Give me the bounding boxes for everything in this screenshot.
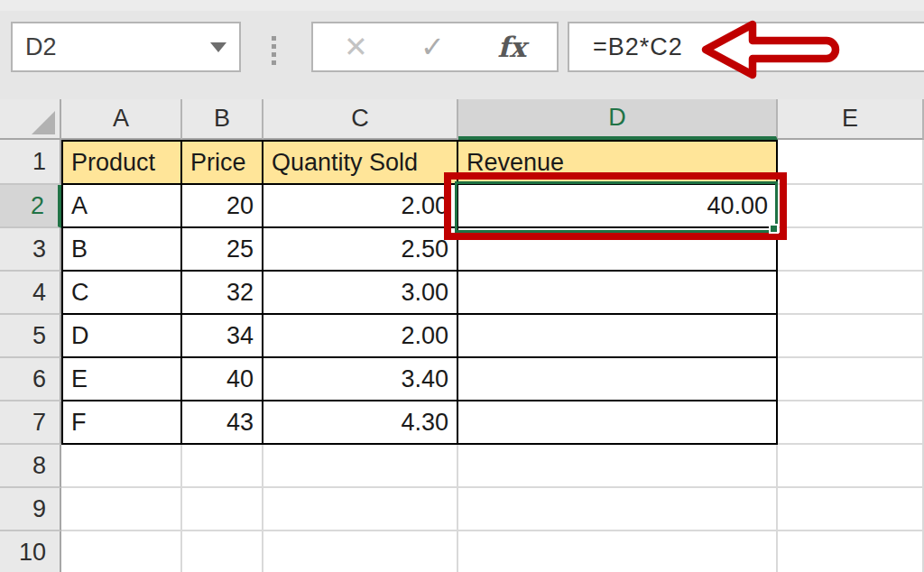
row-header-1[interactable]: 1	[0, 140, 61, 185]
cell-D2[interactable]: 40.00	[458, 185, 778, 228]
cancel-icon[interactable]: ✕	[344, 30, 368, 64]
select-all-triangle-icon	[32, 111, 55, 134]
cell-E6[interactable]	[778, 358, 924, 401]
drag-handle-icon	[272, 36, 277, 65]
cell-B3[interactable]: 25	[182, 228, 263, 272]
cell-C2[interactable]: 2.00	[263, 185, 458, 228]
enter-icon[interactable]: ✓	[420, 30, 445, 64]
fill-handle[interactable]	[769, 224, 779, 234]
cell-D4[interactable]	[458, 272, 778, 315]
excel-window: D2 ✕ ✓ fx =B2*C2 ABCDE1ProductPriceQuant…	[0, 0, 924, 572]
cell-E2[interactable]	[778, 185, 924, 228]
cell-A4[interactable]: C	[61, 272, 182, 315]
cell-D1[interactable]: Revenue	[458, 140, 778, 185]
red-arrow-annotation	[700, 19, 848, 80]
name-box-value: D2	[25, 33, 210, 61]
cell-D3[interactable]	[458, 228, 778, 272]
cell-C5[interactable]: 2.00	[263, 315, 458, 358]
cell-B10[interactable]	[182, 531, 263, 572]
select-all-button[interactable]	[0, 99, 61, 140]
col-header-E[interactable]: E	[778, 99, 924, 140]
insert-function-icon[interactable]: fx	[497, 31, 526, 63]
cell-B4[interactable]: 32	[182, 272, 263, 315]
cell-E3[interactable]	[778, 228, 924, 272]
cell-E10[interactable]	[778, 531, 924, 572]
cell-C8[interactable]	[263, 445, 458, 488]
cell-C10[interactable]	[263, 531, 458, 572]
row-header-3[interactable]: 3	[0, 228, 61, 272]
cell-D10[interactable]	[458, 531, 778, 572]
row-header-10[interactable]: 10	[0, 531, 61, 572]
cell-B6[interactable]: 40	[182, 358, 263, 401]
cell-B7[interactable]: 43	[182, 401, 263, 445]
cell-B1[interactable]: Price	[182, 140, 263, 185]
cell-A7[interactable]: F	[61, 401, 182, 445]
cell-E5[interactable]	[778, 315, 924, 358]
cell-E1[interactable]	[778, 140, 924, 185]
cell-D5[interactable]	[458, 315, 778, 358]
cell-A2[interactable]: A	[61, 185, 182, 228]
cell-A6[interactable]: E	[61, 358, 182, 401]
cell-C1[interactable]: Quantity Sold	[263, 140, 458, 185]
row-header-5[interactable]: 5	[0, 315, 61, 358]
cell-E4[interactable]	[778, 272, 924, 315]
col-header-C[interactable]: C	[263, 99, 458, 140]
formula-bar: D2 ✕ ✓ fx =B2*C2	[0, 0, 924, 99]
cell-C6[interactable]: 3.40	[263, 358, 458, 401]
cell-D7[interactable]	[458, 401, 778, 445]
cell-D6[interactable]	[458, 358, 778, 401]
cell-C9[interactable]	[263, 488, 458, 531]
cell-A9[interactable]	[61, 488, 182, 531]
cell-B5[interactable]: 34	[182, 315, 263, 358]
spreadsheet-grid: ABCDE1ProductPriceQuantity SoldRevenue2A…	[0, 99, 924, 572]
name-box[interactable]: D2	[11, 22, 241, 72]
row-header-7[interactable]: 7	[0, 401, 61, 445]
col-header-D[interactable]: D	[458, 99, 778, 140]
cell-B9[interactable]	[182, 488, 263, 531]
col-header-B[interactable]: B	[182, 99, 263, 140]
cell-E8[interactable]	[778, 445, 924, 488]
cell-A5[interactable]: D	[61, 315, 182, 358]
cell-A8[interactable]	[61, 445, 182, 488]
cell-E9[interactable]	[778, 488, 924, 531]
row-header-9[interactable]: 9	[0, 488, 61, 531]
formula-text: =B2*C2	[593, 33, 683, 61]
formula-bar-buttons: ✕ ✓ fx	[311, 22, 559, 72]
row-header-4[interactable]: 4	[0, 272, 61, 315]
cell-A10[interactable]	[61, 531, 182, 572]
cell-C7[interactable]: 4.30	[263, 401, 458, 445]
cell-B8[interactable]	[182, 445, 263, 488]
row-header-2[interactable]: 2	[0, 185, 61, 228]
cell-C4[interactable]: 3.00	[263, 272, 458, 315]
cell-B2[interactable]: 20	[182, 185, 263, 228]
cell-D9[interactable]	[458, 488, 778, 531]
cell-E7[interactable]	[778, 401, 924, 445]
col-header-A[interactable]: A	[61, 99, 182, 140]
cell-D8[interactable]	[458, 445, 778, 488]
cell-A3[interactable]: B	[61, 228, 182, 272]
chevron-down-icon[interactable]	[210, 42, 226, 52]
cell-A1[interactable]: Product	[61, 140, 182, 185]
row-header-8[interactable]: 8	[0, 445, 61, 488]
row-header-6[interactable]: 6	[0, 358, 61, 401]
cell-C3[interactable]: 2.50	[263, 228, 458, 272]
